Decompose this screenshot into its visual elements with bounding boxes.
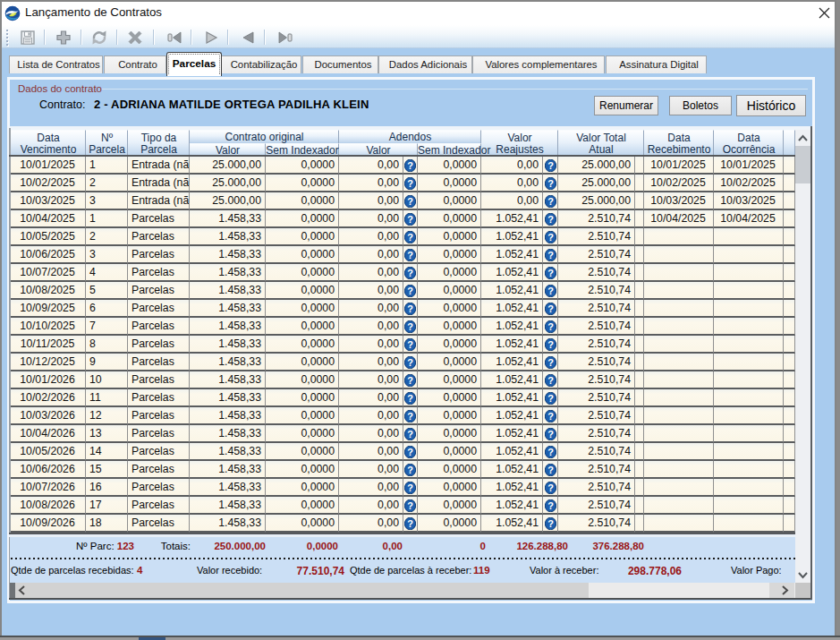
svg-text:?: ? <box>547 500 554 511</box>
svg-text:?: ? <box>407 339 413 350</box>
svg-text:?: ? <box>407 303 413 314</box>
svg-text:?: ? <box>547 268 554 278</box>
svg-text:?: ? <box>407 482 413 493</box>
svg-text:?: ? <box>407 196 413 207</box>
svg-text:?: ? <box>407 268 413 278</box>
svg-text:?: ? <box>407 393 413 404</box>
svg-text:?: ? <box>547 411 554 422</box>
svg-text:?: ? <box>547 518 554 529</box>
svg-text:?: ? <box>547 447 554 457</box>
svg-text:?: ? <box>547 357 554 368</box>
svg-text:?: ? <box>407 286 413 296</box>
svg-text:?: ? <box>407 321 413 332</box>
svg-text:?: ? <box>407 465 413 475</box>
svg-text:?: ? <box>407 518 413 529</box>
svg-text:?: ? <box>407 429 413 439</box>
svg-text:?: ? <box>547 286 554 296</box>
svg-text:?: ? <box>547 250 554 260</box>
svg-text:?: ? <box>547 178 554 189</box>
svg-text:?: ? <box>407 160 413 171</box>
svg-text:?: ? <box>407 250 413 260</box>
svg-text:?: ? <box>407 500 413 511</box>
svg-text:?: ? <box>407 411 413 422</box>
svg-text:?: ? <box>407 357 413 368</box>
svg-text:?: ? <box>547 429 554 439</box>
svg-text:?: ? <box>407 447 413 457</box>
svg-text:?: ? <box>407 232 413 243</box>
svg-text:?: ? <box>547 232 554 243</box>
svg-text:?: ? <box>547 303 554 314</box>
svg-text:?: ? <box>547 339 554 350</box>
svg-text:?: ? <box>547 160 554 171</box>
svg-text:?: ? <box>547 321 554 332</box>
svg-text:?: ? <box>407 178 413 189</box>
svg-text:?: ? <box>547 214 554 225</box>
svg-text:?: ? <box>547 375 554 386</box>
svg-text:?: ? <box>547 393 554 404</box>
svg-text:?: ? <box>547 482 554 493</box>
svg-text:?: ? <box>547 196 554 207</box>
svg-text:?: ? <box>407 375 413 386</box>
svg-text:?: ? <box>407 214 413 225</box>
svg-text:?: ? <box>547 465 554 475</box>
